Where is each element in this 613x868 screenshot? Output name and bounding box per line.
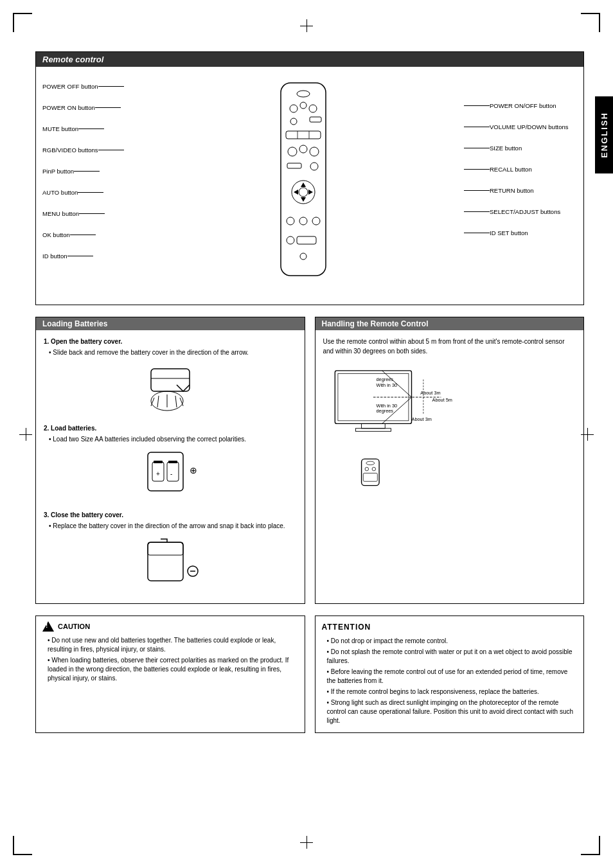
step3-bullet: Replace the battery cover in the directi…: [49, 522, 297, 531]
svg-point-65: [372, 467, 376, 471]
corner-mark-br: [581, 836, 600, 855]
svg-point-16: [299, 188, 308, 197]
handling-remote-section: Handling the Remote Control Use the remo…: [315, 317, 585, 604]
caution-box: CAUTION Do not use new and old batteries…: [35, 616, 305, 733]
step2-diagram: + - ⊕: [44, 449, 297, 500]
label-power-off: POWER OFF button: [42, 83, 145, 90]
step1-section: 1. Open the battery cover. Slide back an…: [44, 337, 297, 414]
label-pinp: PinP button: [42, 168, 145, 175]
svg-rect-38: [167, 462, 179, 481]
crosshair-top: [300, 19, 313, 32]
svg-marker-19: [294, 190, 298, 195]
remote-control-section: Remote control POWER OFF button POWER ON…: [35, 51, 584, 305]
svg-point-6: [290, 118, 297, 125]
step2-bullet: Load two Size AA batteries included obse…: [49, 435, 297, 444]
step1-bullet: Slide back and remove the battery cover …: [49, 348, 297, 357]
caution-bullet-1: Do not use new and old batteries togethe…: [48, 636, 298, 654]
middle-columns: Loading Batteries 1. Open the battery co…: [35, 317, 584, 604]
handling-remote-description: Use the remote control within about 5 m …: [323, 337, 576, 356]
label-rgb: RGB/VIDEO buttons: [42, 146, 145, 154]
label-line: [464, 148, 490, 148]
svg-point-22: [299, 217, 307, 225]
svg-text:With in 30: With in 30: [376, 382, 397, 388]
svg-text:⊕: ⊕: [190, 465, 197, 475]
svg-text:+: +: [156, 470, 160, 477]
step1-diagram: [44, 362, 297, 414]
svg-point-24: [287, 236, 294, 244]
english-sidebar: ENGLISH: [595, 96, 613, 173]
svg-text:About 3m: About 3m: [411, 416, 431, 422]
remote-control-header: Remote control: [36, 52, 583, 67]
label-power-on: POWER ON button: [42, 104, 145, 111]
svg-rect-49: [361, 423, 385, 428]
svg-marker-18: [301, 197, 306, 202]
label-size: SIZE button: [461, 145, 577, 152]
label-line: [78, 128, 104, 129]
crosshair-left: [19, 428, 32, 441]
loading-batteries-header: Loading Batteries: [36, 317, 305, 330]
remote-svg: [268, 80, 339, 279]
corner-mark-bl: [13, 836, 32, 855]
svg-rect-25: [297, 236, 316, 244]
svg-rect-0: [281, 83, 326, 276]
crosshair-bottom: [300, 836, 313, 849]
svg-marker-20: [308, 190, 313, 195]
loading-batteries-content: 1. Open the battery cover. Slide back an…: [36, 330, 305, 603]
svg-point-11: [299, 145, 307, 153]
handling-remote-content: Use the remote control within about 5 m …: [315, 330, 584, 491]
step3-svg: [132, 536, 209, 587]
svg-rect-43: [148, 542, 183, 581]
label-auto: AUTO button: [42, 189, 145, 196]
label-line: [464, 127, 490, 127]
label-power-onoff: POWER ON/OFF button: [461, 102, 577, 109]
label-recall: RECALL button: [461, 166, 577, 173]
label-line: [464, 233, 490, 233]
attention-bullet-4: If the remote control begins to lack res…: [327, 687, 578, 696]
handling-svg: With in 30 degrees With in 30 degrees Ab…: [323, 362, 465, 491]
remote-center: [145, 76, 461, 295]
caution-bullet-2: When loading batteries, observe their co…: [48, 656, 298, 683]
label-line: [98, 150, 124, 150]
svg-rect-13: [287, 163, 301, 168]
main-content: Remote control POWER OFF button POWER ON…: [35, 51, 584, 733]
label-line: [74, 171, 100, 172]
attention-bullet-5: Strong light such as direct sunlight imp…: [327, 698, 578, 725]
label-line: [79, 213, 105, 214]
handling-diagram: With in 30 degrees With in 30 degrees Ab…: [323, 362, 576, 478]
step3-title: 3. Close the battery cover.: [44, 510, 297, 520]
svg-point-23: [312, 217, 320, 225]
label-line: [70, 235, 96, 235]
svg-point-1: [297, 91, 310, 97]
svg-line-31: [157, 396, 159, 407]
corner-mark-tr: [581, 13, 600, 32]
svg-point-26: [300, 253, 306, 260]
label-menu: MENU button: [42, 210, 145, 217]
svg-point-14: [310, 163, 318, 170]
remote-diagram-area: POWER OFF button POWER ON button MUTE bu…: [36, 67, 583, 305]
corner-mark-tl: [13, 13, 32, 32]
label-line: [464, 169, 490, 170]
label-line: [78, 192, 103, 193]
label-id: ID button: [42, 252, 145, 260]
step3-diagram: [44, 536, 297, 587]
label-line: [464, 190, 490, 191]
caution-triangle-icon: [42, 621, 54, 632]
label-line: [464, 105, 490, 106]
svg-rect-27: [151, 369, 190, 391]
svg-rect-5: [310, 117, 321, 122]
label-line: [95, 107, 121, 108]
label-vol-updown: VOLUME UP/DOWN buttons: [461, 123, 577, 130]
label-mute: MUTE button: [42, 125, 145, 132]
svg-point-21: [287, 217, 294, 225]
svg-marker-17: [301, 182, 306, 187]
svg-rect-37: [154, 461, 163, 463]
label-return: RETURN button: [461, 187, 577, 194]
svg-rect-7: [286, 131, 321, 139]
step1-title: 1. Open the battery cover.: [44, 337, 297, 346]
caution-title: CAUTION: [42, 621, 298, 632]
svg-rect-44: [148, 542, 183, 555]
svg-point-63: [366, 461, 374, 465]
loading-batteries-section: Loading Batteries 1. Open the battery co…: [35, 317, 305, 604]
step2-title: 2. Load batteries.: [44, 423, 297, 433]
step1-svg: [132, 362, 209, 414]
